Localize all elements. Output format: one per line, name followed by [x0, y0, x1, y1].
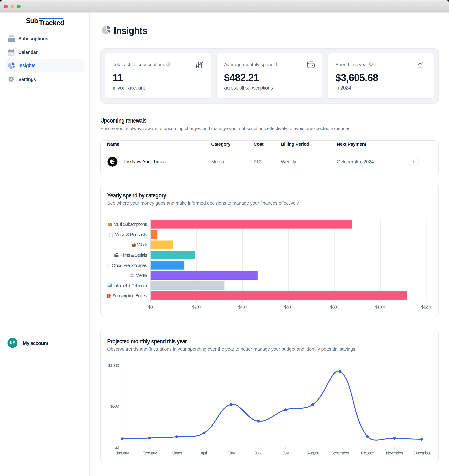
svg-text:September: September: [331, 451, 349, 455]
svg-text:May: May: [228, 451, 235, 455]
svg-text:August: August: [307, 451, 319, 455]
svg-text:February: February: [142, 451, 157, 455]
svg-text:$1200: $1200: [421, 304, 432, 310]
svg-text:October: October: [361, 451, 374, 455]
svg-text:$200: $200: [192, 304, 201, 310]
svg-text:April: April: [201, 451, 207, 455]
svg-text:June: June: [254, 451, 263, 455]
svg-text:$400: $400: [238, 304, 247, 310]
svg-text:$500: $500: [110, 404, 119, 409]
svg-text:$800: $800: [330, 304, 339, 310]
svg-text:$1000: $1000: [375, 304, 386, 310]
svg-text:January: January: [116, 451, 129, 455]
svg-text:$0: $0: [114, 445, 119, 450]
svg-text:December: December: [413, 451, 431, 455]
svg-text:$1000: $1000: [108, 363, 119, 368]
svg-text:March: March: [172, 451, 182, 455]
svg-text:$600: $600: [284, 304, 293, 310]
svg-text:July: July: [282, 451, 289, 455]
svg-text:November: November: [386, 451, 403, 455]
svg-text:$0: $0: [148, 304, 153, 310]
